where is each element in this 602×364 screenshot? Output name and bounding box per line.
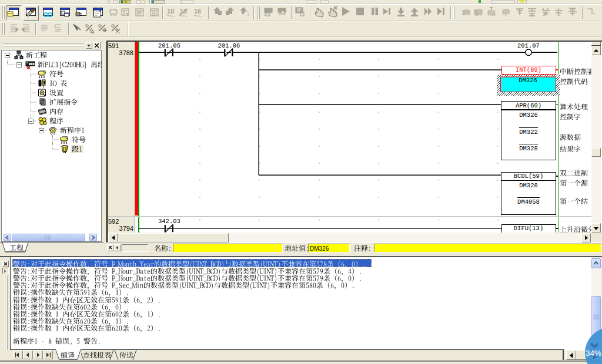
svg-text:102: 102 — [152, 14, 157, 17]
svg-text:34%: 34% — [586, 349, 601, 358]
svg-text:10: 10 — [167, 8, 174, 15]
svg-text:16: 16 — [194, 8, 201, 15]
